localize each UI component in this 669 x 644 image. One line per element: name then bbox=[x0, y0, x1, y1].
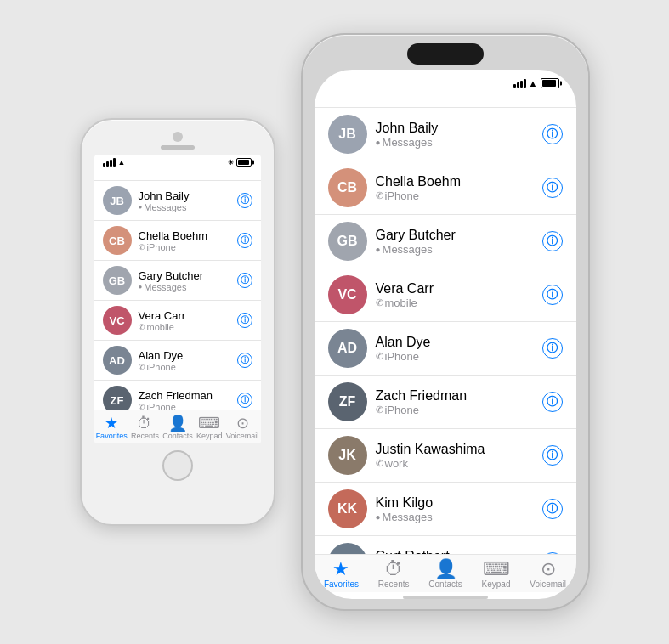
contact-sub-label: Messages bbox=[144, 202, 186, 212]
sub-phone-icon: ✆ bbox=[376, 190, 383, 201]
battery-new bbox=[541, 78, 559, 88]
sub-phone-icon: ✆ bbox=[139, 323, 145, 331]
contact-sub-label: Messages bbox=[144, 282, 186, 292]
contact-item[interactable]: ZF Zach Friedman ✆ iPhone ⓘ bbox=[94, 381, 261, 410]
tab-favorites[interactable]: ★ Favorites bbox=[96, 415, 128, 440]
tab-recents[interactable]: ⏱ Recents bbox=[378, 560, 410, 589]
contact-item[interactable]: CB Chella Boehm ✆ iPhone ⓘ bbox=[94, 221, 261, 261]
contact-sub: ✆ iPhone bbox=[139, 242, 230, 252]
contact-item[interactable]: JB John Baily ● Messages ⓘ bbox=[94, 181, 261, 221]
contact-name: Zach Friedman bbox=[376, 388, 534, 404]
tab-voicemail[interactable]: ⊙ Voicemail bbox=[226, 415, 259, 440]
contact-name: Vera Carr bbox=[139, 309, 230, 322]
contact-info: Justin Kawashima ✆ work bbox=[376, 442, 534, 470]
signal-bars bbox=[103, 158, 116, 167]
contact-info: Zach Friedman ✆ iPhone bbox=[139, 389, 230, 410]
tab-recents[interactable]: ⏱ Recents bbox=[131, 415, 159, 440]
contact-item[interactable]: CB Chella Boehm ✆ iPhone ⓘ bbox=[315, 161, 576, 215]
contact-name: Zach Friedman bbox=[139, 389, 230, 402]
contact-item[interactable]: KK Kim Kilgo ● Messages ⓘ bbox=[315, 483, 576, 536]
home-button[interactable] bbox=[162, 450, 193, 481]
tab-icon-contacts: 👤 bbox=[434, 560, 457, 579]
tab-label-voicemail: Voicemail bbox=[226, 432, 259, 440]
bar4 bbox=[113, 158, 116, 167]
tab-contacts[interactable]: 👤 Contacts bbox=[162, 415, 193, 440]
tab-label-keypad: Keypad bbox=[482, 579, 511, 589]
home-indicator bbox=[403, 596, 488, 599]
contact-sub: ✆ mobile bbox=[139, 322, 230, 332]
sub-msg-icon: ● bbox=[376, 512, 381, 522]
contact-item[interactable]: GB Gary Butcher ● Messages ⓘ bbox=[94, 261, 261, 301]
avatar: KK bbox=[328, 489, 367, 528]
speaker-old bbox=[161, 145, 195, 150]
contact-sub: ✆ iPhone bbox=[139, 402, 230, 410]
info-button[interactable]: ⓘ bbox=[542, 124, 563, 144]
avatar: GB bbox=[103, 266, 132, 295]
bar1 bbox=[103, 163, 105, 167]
contact-item[interactable]: AD Alan Dye ✆ iPhone ⓘ bbox=[94, 341, 261, 381]
contact-name: Justin Kawashima bbox=[376, 442, 534, 457]
bluetooth-icon: ✳ bbox=[228, 159, 234, 167]
info-button[interactable]: ⓘ bbox=[542, 392, 563, 412]
info-button[interactable]: ⓘ bbox=[237, 273, 252, 288]
info-button[interactable]: ⓘ bbox=[542, 285, 563, 305]
avatar: JK bbox=[328, 436, 367, 475]
info-button[interactable]: ⓘ bbox=[542, 499, 563, 519]
avatar: GB bbox=[328, 222, 367, 261]
sub-phone-icon: ✆ bbox=[376, 404, 383, 415]
avatar: ZF bbox=[103, 386, 132, 410]
tab-label-voicemail: Voicemail bbox=[530, 579, 566, 589]
info-button[interactable]: ⓘ bbox=[542, 445, 563, 466]
status-bar-old: ▲ ✳ bbox=[94, 155, 261, 168]
contact-item[interactable]: JB John Baily ● Messages ⓘ bbox=[315, 108, 576, 161]
app-header-old bbox=[94, 168, 261, 181]
contact-item[interactable]: VC Vera Carr ✆ mobile ⓘ bbox=[94, 301, 261, 341]
tab-keypad[interactable]: ⌨ Keypad bbox=[482, 560, 511, 589]
screen-old: ▲ ✳ JB John Baily ● Messag bbox=[94, 155, 261, 443]
contact-sub: ✆ iPhone bbox=[376, 350, 534, 363]
info-button[interactable]: ⓘ bbox=[542, 178, 563, 198]
contact-sub-label: iPhone bbox=[385, 189, 419, 202]
contact-item[interactable]: GB Gary Butcher ● Messages ⓘ bbox=[315, 215, 576, 268]
contact-sub-label: iPhone bbox=[147, 242, 176, 252]
app-header-new bbox=[315, 90, 576, 108]
info-button[interactable]: ⓘ bbox=[542, 231, 563, 251]
bar2n bbox=[517, 82, 519, 88]
contact-sub-label: iPhone bbox=[147, 362, 176, 372]
avatar: CR bbox=[328, 543, 367, 554]
tab-label-recents: Recents bbox=[378, 579, 410, 589]
info-button[interactable]: ⓘ bbox=[237, 313, 252, 328]
sub-msg-icon: ● bbox=[376, 245, 381, 254]
tab-voicemail[interactable]: ⊙ Voicemail bbox=[530, 560, 566, 589]
info-button[interactable]: ⓘ bbox=[542, 338, 563, 359]
contact-item[interactable]: CR Curt Rothert ✆ iPhone ⓘ bbox=[315, 536, 576, 554]
info-button[interactable]: ⓘ bbox=[237, 393, 252, 408]
right-status-old: ✳ bbox=[228, 158, 252, 167]
tab-contacts[interactable]: 👤 Contacts bbox=[428, 560, 462, 589]
battery-fill-new bbox=[542, 80, 556, 87]
tab-favorites[interactable]: ★ Favorites bbox=[324, 560, 359, 589]
tab-keypad[interactable]: ⌨ Keypad bbox=[196, 415, 223, 440]
signal-bars-new bbox=[513, 79, 526, 88]
contact-item[interactable]: JK Justin Kawashima ✆ work ⓘ bbox=[315, 429, 576, 483]
contact-item[interactable]: AD Alan Dye ✆ iPhone ⓘ bbox=[315, 322, 576, 376]
contact-item[interactable]: ZF Zach Friedman ✆ iPhone ⓘ bbox=[315, 376, 576, 429]
contact-name: Chella Boehm bbox=[139, 229, 230, 242]
bar4n bbox=[524, 79, 526, 88]
tab-label-contacts: Contacts bbox=[162, 432, 193, 440]
bar3n bbox=[520, 81, 523, 88]
contact-info: John Baily ● Messages bbox=[139, 189, 230, 212]
info-button[interactable]: ⓘ bbox=[237, 193, 252, 208]
avatar: VC bbox=[103, 306, 132, 335]
sub-msg-icon: ● bbox=[376, 138, 381, 147]
tab-icon-recents: ⏱ bbox=[137, 415, 152, 431]
info-button[interactable]: ⓘ bbox=[237, 233, 252, 248]
contact-info: Gary Butcher ● Messages bbox=[139, 269, 230, 292]
contact-sub: ✆ iPhone bbox=[139, 362, 230, 372]
contact-sub: ✆ iPhone bbox=[376, 404, 534, 416]
tab-bar-new: ★ Favorites ⏱ Recents 👤 Contacts ⌨ Keypa… bbox=[315, 554, 576, 592]
contact-sub-label: Messages bbox=[383, 136, 433, 149]
contact-item[interactable]: VC Vera Carr ✆ mobile ⓘ bbox=[315, 268, 576, 322]
bar1n bbox=[513, 84, 516, 88]
info-button[interactable]: ⓘ bbox=[237, 353, 252, 368]
